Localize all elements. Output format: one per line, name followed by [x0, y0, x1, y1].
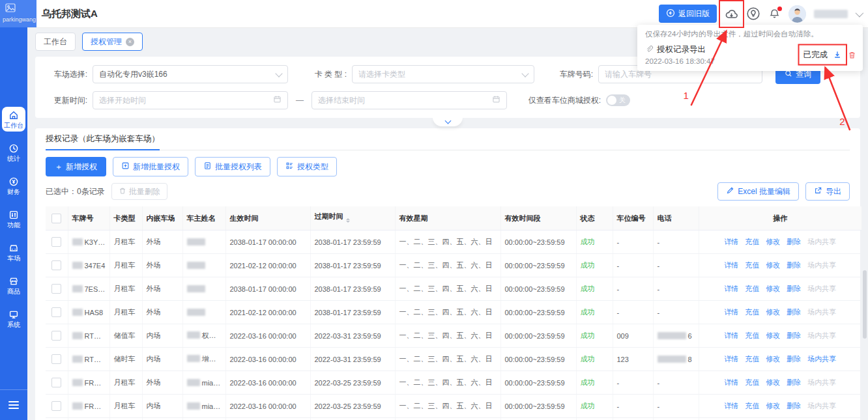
nested-lot-cell: 外场 [142, 231, 182, 254]
row-checkbox[interactable] [51, 284, 61, 294]
batch-auth-list-button[interactable]: 批量授权列表 [195, 157, 270, 176]
action-delete[interactable]: 删除 [787, 285, 801, 292]
chevron-down-icon[interactable] [856, 8, 864, 17]
action-modify[interactable]: 修改 [766, 402, 780, 410]
download-icon[interactable] [833, 50, 842, 59]
help-lightbulb-button[interactable] [746, 7, 760, 21]
close-icon[interactable]: × [126, 38, 134, 46]
time-range-cell: 00:00:00~23:59:59 [500, 301, 576, 324]
batch-add-auth-button[interactable]: 新增批量授权 [113, 157, 188, 176]
checkbox-cell [46, 395, 68, 418]
action-modify[interactable]: 修改 [766, 238, 780, 245]
action-detail[interactable]: 详情 [724, 378, 738, 386]
range-separator: — [296, 96, 304, 105]
action-detail[interactable]: 详情 [724, 308, 738, 316]
action-modify[interactable]: 修改 [766, 378, 780, 386]
action-recharge[interactable]: 充值 [745, 402, 759, 410]
column-end-time[interactable]: 过期时间 [310, 206, 395, 231]
batch-delete-button: 批量删除 [111, 183, 167, 200]
parking-lot-select[interactable]: 自动化专用v3嵌166 [93, 65, 288, 83]
action-detail[interactable]: 详情 [724, 238, 738, 245]
collapse-menu-icon[interactable] [8, 401, 19, 409]
action-recharge[interactable]: 充值 [745, 355, 759, 363]
action-share-in-lot[interactable]: 场内共享 [807, 355, 836, 363]
start-time-input[interactable]: 选择开始时间 [93, 91, 288, 109]
notifications-bell-button[interactable] [768, 8, 781, 20]
auth-records-panel: 授权记录（此车场为嵌套车场） ＋ 新增授权 新增批量授权 批量授权列表 授权类型 [35, 128, 860, 420]
row-checkbox[interactable] [51, 307, 61, 317]
logo: parkingwang [0, 0, 36, 27]
sidebar-item-workbench[interactable]: 工作台 [2, 107, 25, 132]
sidebar-item-system[interactable]: 系统 [2, 306, 25, 331]
redacted-text [187, 331, 200, 339]
action-modify[interactable]: 修改 [766, 285, 780, 292]
row-checkbox[interactable] [51, 331, 61, 341]
row-checkbox[interactable] [51, 401, 61, 411]
action-recharge[interactable]: 充值 [745, 378, 759, 386]
excel-edit-label: Excel 批量编辑 [738, 186, 790, 197]
weekdays-cell: 三、四、五 [395, 418, 500, 420]
export-label: 导出 [826, 186, 841, 197]
table-row: 347E4月租车外场2021-02-12 00:00:002038-01-17 … [46, 254, 861, 277]
row-checkbox[interactable] [51, 354, 61, 364]
action-delete[interactable]: 删除 [787, 355, 801, 363]
toolbar: ＋ 新增授权 新增批量授权 批量授权列表 授权类型 [46, 157, 850, 176]
action-recharge[interactable]: 充值 [745, 308, 759, 316]
action-delete[interactable]: 删除 [787, 261, 801, 269]
action-recharge[interactable]: 充值 [745, 261, 759, 269]
export-tasks-button[interactable] [725, 7, 738, 21]
export-button[interactable]: 导出 [805, 182, 850, 201]
sidebar-item-finance[interactable]: 财务 [2, 173, 25, 198]
mall-auth-toggle[interactable]: 关 [606, 94, 630, 106]
weekdays-cell: 一、二、三、四、五、六、日 [395, 395, 500, 418]
action-delete[interactable]: 删除 [787, 238, 801, 245]
row-checkbox[interactable] [51, 237, 61, 247]
action-delete[interactable]: 删除 [787, 331, 801, 339]
avatar[interactable] [788, 5, 806, 23]
action-detail[interactable]: 详情 [724, 285, 738, 292]
scrollbar-thumb[interactable] [863, 270, 867, 339]
table-actions-right: Excel 批量编辑 导出 [717, 182, 850, 201]
action-modify[interactable]: 修改 [766, 331, 780, 339]
sidebar-item-goods[interactable]: 商品 [2, 273, 25, 298]
action-detail[interactable]: 详情 [724, 261, 738, 269]
action-modify[interactable]: 修改 [766, 308, 780, 316]
action-recharge[interactable]: 充值 [745, 331, 759, 339]
action-recharge[interactable]: 充值 [745, 238, 759, 245]
sidebar-item-features[interactable]: 功能 [2, 206, 25, 231]
action-detail[interactable]: 详情 [724, 355, 738, 363]
sidebar-item-stats[interactable]: 统计 [2, 140, 25, 165]
card-type-select[interactable]: 请选择卡类型 [352, 65, 534, 83]
tab-workbench[interactable]: 工作台 [35, 33, 76, 51]
sort-carets-icon[interactable] [346, 216, 350, 225]
delete-export-icon[interactable] [848, 51, 856, 59]
excel-batch-edit-button[interactable]: Excel 批量编辑 [717, 182, 799, 201]
tab-auth-records[interactable]: 授权记录（此车场为嵌套车场） [46, 128, 160, 150]
action-modify[interactable]: 修改 [766, 355, 780, 363]
sidebar-item-label: 功能 [7, 222, 20, 229]
action-share-in-lot: 场内共享 [807, 308, 836, 316]
collapse-filters-button[interactable] [433, 117, 463, 126]
row-checkbox[interactable] [51, 260, 61, 270]
action-delete[interactable]: 删除 [787, 402, 801, 410]
action-detail[interactable]: 详情 [724, 402, 738, 410]
time-range-cell: 00:00:00~23:59:59 [500, 324, 576, 348]
auth-type-button[interactable]: 授权类型 [277, 157, 337, 176]
sidebar-item-parking[interactable]: 车场 [2, 240, 25, 264]
action-modify[interactable]: 修改 [766, 261, 780, 269]
action-delete[interactable]: 删除 [787, 378, 801, 386]
action-delete[interactable]: 删除 [787, 308, 801, 316]
back-to-old-version-button[interactable]: 返回旧版 [659, 5, 717, 23]
action-recharge[interactable]: 充值 [745, 285, 759, 292]
toggle-knob [607, 96, 616, 105]
select-all-checkbox[interactable] [51, 214, 61, 223]
row-checkbox[interactable] [51, 378, 61, 387]
tab-auth-management[interactable]: 授权管理 × [82, 33, 143, 51]
action-detail[interactable]: 详情 [724, 331, 738, 339]
checkbox-cell [46, 254, 68, 277]
add-auth-button[interactable]: ＋ 新增授权 [46, 157, 106, 176]
space-no-cell: 009 [613, 324, 653, 348]
end-time-input[interactable]: 选择结束时间 [311, 91, 507, 109]
sidebar-item-label: 统计 [7, 156, 20, 162]
card-type-cell: 月租车 [109, 254, 142, 277]
